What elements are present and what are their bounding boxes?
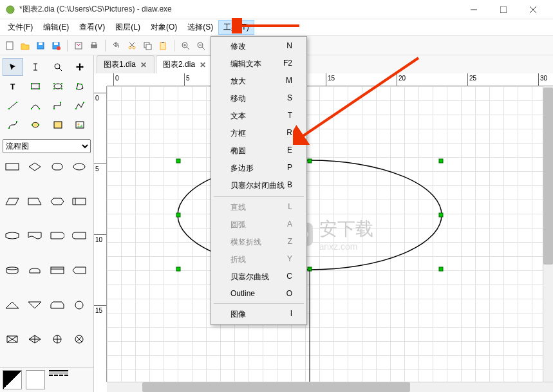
- svg-rect-21: [162, 42, 164, 43]
- tool-bezier[interactable]: [3, 116, 23, 134]
- menu-file[interactable]: 文件(F): [3, 20, 38, 35]
- shape-item[interactable]: [48, 158, 67, 175]
- minimize-button[interactable]: [459, 0, 489, 19]
- shape-item[interactable]: [25, 297, 44, 313]
- tool-bezier-closed[interactable]: [25, 116, 46, 134]
- dropdown-item[interactable]: 图像I: [212, 306, 305, 323]
- shape-item[interactable]: [3, 297, 22, 313]
- tool-polyline[interactable]: [70, 97, 90, 115]
- paste-button[interactable]: [156, 39, 170, 53]
- shape-item[interactable]: [70, 262, 89, 279]
- shape-item[interactable]: [25, 158, 44, 175]
- dropdown-item[interactable]: 多边形P: [212, 160, 305, 177]
- shape-category-select[interactable]: 流程图: [3, 139, 91, 153]
- tab-2[interactable]: 图表2.dia✕: [156, 55, 214, 73]
- export-button[interactable]: [71, 39, 86, 53]
- tool-pointer[interactable]: [3, 58, 23, 76]
- app-icon: [5, 5, 15, 15]
- shape-item[interactable]: [48, 331, 67, 348]
- tool-image[interactable]: [70, 116, 90, 134]
- tool-outline[interactable]: [48, 116, 68, 134]
- svg-rect-51: [31, 108, 32, 109]
- menu-select[interactable]: 选择(S): [182, 20, 218, 35]
- shape-item[interactable]: [25, 227, 44, 244]
- svg-rect-38: [31, 88, 32, 89]
- dropdown-item[interactable]: 文本T: [212, 107, 305, 125]
- dropdown-item[interactable]: 椭圆E: [212, 142, 305, 160]
- shape-item[interactable]: [3, 193, 22, 210]
- tool-line[interactable]: [3, 97, 23, 115]
- shape-item[interactable]: [3, 158, 22, 175]
- menu-layer[interactable]: 图层(L): [110, 20, 145, 35]
- tool-text[interactable]: T: [3, 77, 23, 95]
- tool-zigzag[interactable]: [48, 97, 68, 115]
- dropdown-item[interactable]: 编辑文本F2: [212, 55, 305, 73]
- tab-1[interactable]: 图表1.dia✕: [97, 55, 155, 73]
- dropdown-item[interactable]: 移动S: [212, 90, 305, 107]
- save-button[interactable]: [33, 39, 48, 53]
- svg-rect-81: [439, 267, 443, 271]
- scrollbar-horizontal[interactable]: [107, 382, 553, 392]
- shape-item[interactable]: [70, 193, 89, 210]
- close-icon[interactable]: ✕: [140, 61, 147, 69]
- shape-item[interactable]: [70, 331, 89, 348]
- open-button[interactable]: [18, 39, 32, 53]
- dropdown-item[interactable]: 横竖折线Z: [212, 234, 305, 251]
- shape-item[interactable]: [25, 193, 44, 210]
- shape-item[interactable]: [25, 262, 44, 279]
- line-styles[interactable]: [49, 370, 68, 389]
- tool-arc[interactable]: [25, 97, 46, 115]
- dropdown-item[interactable]: 贝塞尔封闭曲线B: [212, 177, 305, 194]
- shape-item[interactable]: [25, 331, 44, 348]
- dropdown-item[interactable]: 折线Y: [212, 251, 305, 268]
- shape-item[interactable]: [48, 262, 67, 279]
- tool-move[interactable]: [70, 58, 90, 76]
- zoomin-button[interactable]: [178, 39, 192, 53]
- svg-rect-9: [54, 42, 58, 45]
- svg-rect-37: [39, 83, 40, 84]
- shape-item[interactable]: [70, 227, 89, 244]
- fill-color[interactable]: [26, 370, 45, 389]
- shape-category: 流程图: [0, 136, 93, 156]
- shape-item[interactable]: [3, 227, 22, 244]
- shape-item[interactable]: [3, 331, 22, 348]
- close-button[interactable]: [518, 0, 548, 19]
- close-icon[interactable]: ✕: [199, 61, 207, 69]
- shape-item[interactable]: [3, 262, 22, 279]
- color-swap[interactable]: [3, 370, 22, 389]
- shape-item[interactable]: [48, 227, 67, 244]
- cut-button[interactable]: [125, 39, 139, 53]
- tool-grid: T: [0, 55, 93, 136]
- maximize-button[interactable]: [489, 0, 518, 19]
- dropdown-item[interactable]: OutlineO: [212, 286, 305, 301]
- print-button[interactable]: [87, 39, 101, 53]
- menu-tools[interactable]: 工具(T): [218, 20, 254, 35]
- dropdown-item[interactable]: 放大M: [212, 73, 305, 90]
- menu-object[interactable]: 对象(O): [145, 20, 182, 35]
- shape-item[interactable]: [70, 158, 89, 175]
- canvas[interactable]: 安下载 anxz.com: [107, 86, 553, 382]
- scrollbar-vertical[interactable]: [543, 86, 553, 382]
- tool-rect[interactable]: [25, 77, 46, 95]
- tool-text-cursor[interactable]: [25, 58, 46, 76]
- shape-item[interactable]: [48, 297, 67, 313]
- saveas-button[interactable]: [49, 39, 63, 53]
- copy-button[interactable]: [140, 39, 155, 53]
- dropdown-item[interactable]: 方框R: [212, 125, 305, 142]
- dropdown-item[interactable]: 直线L: [212, 199, 305, 216]
- shape-item[interactable]: [48, 193, 67, 210]
- menu-edit[interactable]: 编辑(E): [38, 20, 74, 35]
- menu-view[interactable]: 查看(V): [74, 20, 110, 35]
- zoomout-button[interactable]: [194, 39, 208, 53]
- undo-button[interactable]: [109, 39, 124, 53]
- dropdown-item[interactable]: 修改N: [212, 38, 305, 55]
- tool-polygon[interactable]: [70, 77, 90, 95]
- svg-rect-68: [51, 267, 64, 274]
- tool-zoom[interactable]: [48, 58, 68, 76]
- tool-ellipse[interactable]: [48, 77, 68, 95]
- dropdown-item[interactable]: 贝塞尔曲线C: [212, 268, 305, 286]
- dropdown-item[interactable]: 圆弧A: [212, 216, 305, 234]
- svg-rect-55: [75, 108, 77, 109]
- new-button[interactable]: [3, 39, 17, 53]
- shape-item[interactable]: [70, 297, 89, 313]
